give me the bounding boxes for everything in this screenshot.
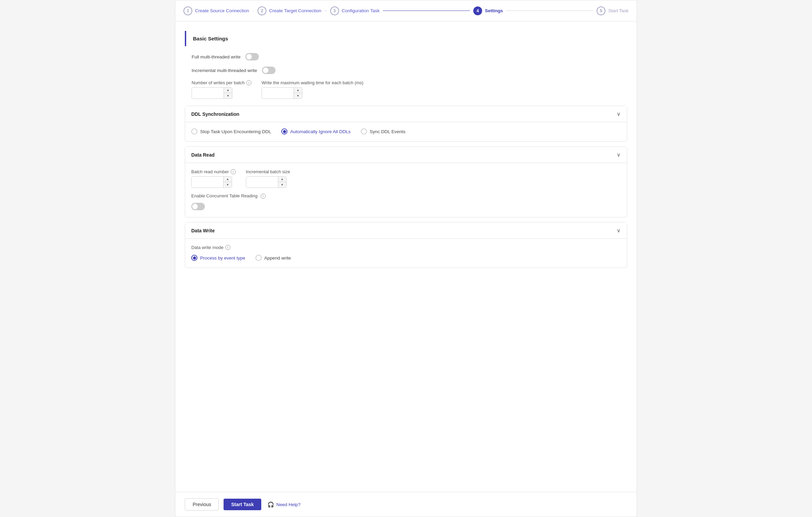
data-write-option-append-label: Append write [264,255,291,261]
ddl-option-sync[interactable]: Sync DDL Events [361,128,405,135]
step-4-label: Settings [485,8,503,13]
max-waiting-time-input[interactable]: 500 [262,88,294,99]
batch-read-group: Batch read number i 500 ▲ ▼ [191,169,236,188]
separator-2: - [325,7,327,14]
full-multithreaded-row: Full multi-threaded write [192,53,620,60]
incremental-multithreaded-toggle[interactable] [262,67,276,74]
max-waiting-time-spinners: ▲ ▼ [294,88,302,99]
writes-per-batch-label: Number of writes per batch i [192,80,251,85]
step-2-label: Create Target Connection [269,8,321,13]
step-3-label: Configuration Task [342,8,380,13]
data-write-mode-info-icon[interactable]: i [225,245,230,250]
incremental-batch-decrement[interactable]: ▼ [278,182,286,188]
step-line-3-4 [383,11,470,11]
full-multithreaded-slider [245,53,259,60]
data-write-chevron-icon: ∨ [617,227,621,234]
enable-concurrent-row: Enable Concurrent Table Reading i [191,193,621,199]
full-multithreaded-label: Full multi-threaded write [192,54,241,59]
writes-per-batch-increment[interactable]: ▲ [224,88,232,93]
step-2-circle: 2 [258,6,266,15]
step-5-circle: 5 [597,6,605,15]
ddl-sync-section: DDL Synchronization ∨ Stop Task Upon Enc… [185,106,627,142]
data-read-inputs-row: Batch read number i 500 ▲ ▼ Incremen [191,169,621,188]
batch-read-spinners: ▲ ▼ [223,177,232,188]
data-write-option-process-radio [191,255,197,261]
ddl-option-sync-radio [361,128,367,135]
incremental-batch-label: Incremental batch size [246,169,290,174]
previous-button[interactable]: Previous [185,498,219,511]
enable-concurrent-label: Enable Concurrent Table Reading i [191,193,266,199]
max-waiting-time-input-wrapper: 500 ▲ ▼ [262,87,302,99]
help-label: Need Help? [276,502,300,507]
batch-read-input[interactable]: 500 [192,177,223,188]
step-3-circle: 3 [330,6,339,15]
ddl-sync-body: Stop Task Upon Encountering DDL Automati… [185,122,627,141]
start-task-button[interactable]: Start Task [224,499,261,510]
step-1[interactable]: 1 Create Source Connection [183,6,249,15]
full-multithreaded-toggle[interactable] [245,53,259,60]
data-write-mode-label-row: Data write mode i [191,245,621,250]
data-write-option-append[interactable]: Append write [255,255,291,261]
basic-settings-block: Full multi-threaded write Incremental mu… [185,53,627,106]
separator-1: · [252,7,254,14]
batch-read-label: Batch read number i [191,169,236,174]
batch-read-info-icon[interactable]: i [231,169,236,174]
incremental-multithreaded-label: Incremental multi-threaded write [192,68,257,73]
batch-read-input-wrapper: 500 ▲ ▼ [191,176,232,188]
step-line-4-5 [506,11,593,11]
help-icon: 🎧 [267,501,274,508]
data-write-section: Data Write ∨ Data write mode i Process b… [185,222,627,268]
data-write-radio-options: Process by event type Append write [191,255,621,261]
enable-concurrent-slider [191,203,205,210]
ddl-sync-header[interactable]: DDL Synchronization ∨ [185,106,627,122]
step-4[interactable]: 4 Settings [473,6,503,15]
incremental-batch-increment[interactable]: ▲ [278,177,286,182]
max-waiting-time-increment[interactable]: ▲ [294,88,302,93]
enable-concurrent-toggle[interactable] [191,203,205,210]
data-read-body: Batch read number i 500 ▲ ▼ Incremen [185,163,627,217]
data-write-body: Data write mode i Process by event type … [185,238,627,268]
ddl-option-stop[interactable]: Stop Task Upon Encountering DDL [191,128,271,135]
data-write-mode-label: Data write mode i [191,245,621,250]
batch-read-decrement[interactable]: ▼ [224,182,232,188]
ddl-option-ignore-radio [281,128,287,135]
enable-concurrent-info-icon[interactable]: i [261,194,266,199]
incremental-multithreaded-slider [262,67,276,74]
main-content: Basic Settings Full multi-threaded write… [175,21,637,492]
number-inputs-row: Number of writes per batch i 100 ▲ ▼ Wri… [192,80,620,99]
data-write-option-append-radio [255,255,262,261]
data-write-header[interactable]: Data Write ∨ [185,222,627,238]
writes-per-batch-group: Number of writes per batch i 100 ▲ ▼ [192,80,251,99]
step-5-label: Start Task [608,8,629,13]
incremental-batch-spinners: ▲ ▼ [278,177,286,188]
ddl-radio-options: Stop Task Upon Encountering DDL Automati… [191,128,621,135]
max-waiting-time-decrement[interactable]: ▼ [294,93,302,99]
writes-per-batch-input-wrapper: 100 ▲ ▼ [192,87,232,99]
step-1-label: Create Source Connection [195,8,249,13]
ddl-option-ignore-label: Automatically Ignore All DDLs [290,129,351,134]
data-write-option-process[interactable]: Process by event type [191,255,245,261]
data-read-header[interactable]: Data Read ∨ [185,147,627,163]
ddl-option-sync-label: Sync DDL Events [370,129,405,134]
data-read-section: Data Read ∨ Batch read number i 500 ▲ [185,146,627,217]
basic-settings-header: Basic Settings [185,31,627,46]
ddl-option-ignore[interactable]: Automatically Ignore All DDLs [281,128,351,135]
writes-per-batch-decrement[interactable]: ▼ [224,93,232,99]
step-5: 5 Start Task [597,6,629,15]
batch-read-increment[interactable]: ▲ [224,177,232,182]
step-2[interactable]: 2 Create Target Connection [258,6,321,15]
data-read-title: Data Read [191,152,214,158]
max-waiting-time-label: Write the maximum waiting time for each … [262,80,364,85]
incremental-batch-group: Incremental batch size 1 ▲ ▼ [246,169,290,188]
incremental-multithreaded-row: Incremental multi-threaded write [192,67,620,74]
step-3[interactable]: 3 Configuration Task [330,6,380,15]
step-4-circle: 4 [473,6,482,15]
stepper: 1 Create Source Connection · 2 Create Ta… [175,0,637,21]
help-link[interactable]: 🎧 Need Help? [267,501,300,508]
ddl-sync-chevron-icon: ∨ [617,111,621,117]
writes-per-batch-input[interactable]: 100 [192,88,224,99]
incremental-batch-input[interactable]: 1 [246,177,278,188]
writes-per-batch-info-icon[interactable]: i [246,80,251,85]
step-1-circle: 1 [183,6,192,15]
data-write-option-process-label: Process by event type [200,255,245,261]
